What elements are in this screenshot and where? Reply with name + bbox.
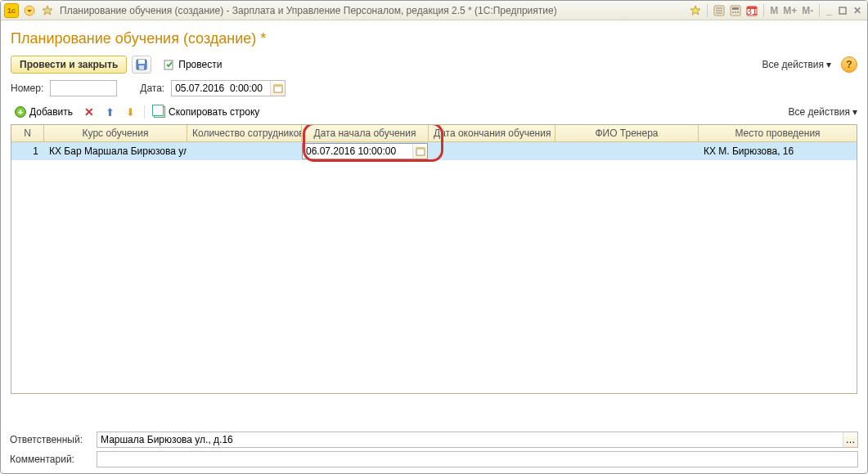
process-and-close-button[interactable]: Провести и закрыть xyxy=(11,56,127,74)
move-up-button[interactable]: ⬆ xyxy=(101,104,119,121)
plus-icon: + xyxy=(15,106,26,118)
cell-end-date[interactable] xyxy=(429,150,555,153)
tool-icon-1[interactable] xyxy=(712,3,726,18)
responsible-input[interactable] xyxy=(97,432,843,447)
delete-row-button[interactable]: ✕ xyxy=(80,103,98,121)
start-date-picker-button[interactable] xyxy=(412,144,427,159)
table-toolbar: + Добавить ✕ ⬆ ⬇ Скопировать строку Все … xyxy=(11,103,857,121)
move-down-button[interactable]: ⬇ xyxy=(122,104,139,121)
copy-row-button[interactable]: Скопировать строку xyxy=(150,104,263,120)
cell-start-date[interactable] xyxy=(302,143,429,159)
window-title: Планирование обучения (создание) - Зарпл… xyxy=(60,5,688,16)
comment-input[interactable] xyxy=(97,452,857,467)
dropdown-icon: ▾ xyxy=(826,59,831,70)
help-button[interactable]: ? xyxy=(841,56,857,73)
svg-rect-21 xyxy=(416,148,425,150)
add-row-button[interactable]: + Добавить xyxy=(11,104,77,120)
svg-rect-19 xyxy=(274,85,282,87)
svg-rect-16 xyxy=(139,65,144,69)
titlebar-dropdown[interactable] xyxy=(22,3,37,18)
col-header-course[interactable]: Курс обучения xyxy=(44,125,187,141)
calendar-small-icon xyxy=(273,83,283,93)
svg-text:31: 31 xyxy=(747,6,758,16)
process-button[interactable]: Провести xyxy=(156,56,229,74)
close-button[interactable]: ✕ xyxy=(851,5,864,16)
number-input[interactable] xyxy=(51,81,116,96)
main-toolbar: Провести и закрыть Провести Все действия… xyxy=(11,56,857,74)
cell-place[interactable]: КХ М. Бирюзова, 16 xyxy=(699,144,857,159)
page-title: Планирование обучения (создание) * xyxy=(11,30,857,47)
col-header-trainer[interactable]: ФИО Тренера xyxy=(555,125,699,141)
col-header-count[interactable]: Количество сотрудников xyxy=(187,125,302,141)
bottom-form: Ответственный: … Комментарий: xyxy=(10,428,858,467)
calculator-icon[interactable] xyxy=(728,3,743,18)
col-header-end-date[interactable]: Дата окончания обучения xyxy=(429,125,555,141)
date-label: Дата: xyxy=(140,83,164,94)
table-row[interactable]: 1 КХ Бар Маршала Бирюзова ул.,... КХ М. … xyxy=(11,142,857,160)
col-header-n[interactable]: N xyxy=(11,125,44,141)
m-minus-button[interactable]: M- xyxy=(800,5,815,16)
titlebar: 1c Планирование обучения (создание) - За… xyxy=(1,1,867,20)
favorite-icon[interactable] xyxy=(40,3,55,18)
arrow-up-icon: ⬆ xyxy=(106,106,115,118)
responsible-label: Ответственный: xyxy=(10,434,92,445)
table-all-actions-menu[interactable]: Все действия ▾ xyxy=(789,106,857,118)
arrow-down-icon: ⬇ xyxy=(126,106,135,118)
svg-rect-15 xyxy=(138,60,145,64)
minimize-button[interactable]: _ xyxy=(824,5,834,16)
cell-n: 1 xyxy=(11,144,44,159)
training-table: N Курс обучения Количество сотрудников Д… xyxy=(11,124,857,394)
delete-icon: ✕ xyxy=(84,105,94,118)
cell-count[interactable] xyxy=(187,150,302,153)
m-plus-button[interactable]: M+ xyxy=(781,5,798,16)
col-header-place[interactable]: Место проведения xyxy=(699,125,857,141)
maximize-button[interactable] xyxy=(836,7,849,15)
favorite-star-icon[interactable] xyxy=(688,3,703,18)
m-button[interactable]: M xyxy=(768,5,780,16)
process-icon xyxy=(164,59,175,70)
svg-rect-13 xyxy=(839,7,846,14)
svg-point-8 xyxy=(735,11,736,13)
calendar-icon[interactable]: 31 xyxy=(744,3,759,18)
svg-point-7 xyxy=(732,11,734,13)
svg-point-9 xyxy=(737,11,739,13)
svg-rect-6 xyxy=(732,7,739,10)
date-picker-button[interactable] xyxy=(270,81,285,96)
col-header-start-date[interactable]: Дата начала обучения xyxy=(302,125,429,141)
process-label: Провести xyxy=(178,59,222,70)
calendar-small-icon xyxy=(416,146,425,156)
save-button[interactable] xyxy=(132,56,151,74)
date-input[interactable] xyxy=(172,81,270,96)
svg-rect-5 xyxy=(731,6,740,16)
responsible-select-button[interactable]: … xyxy=(843,432,857,447)
all-actions-menu[interactable]: Все действия ▾ xyxy=(762,59,831,70)
number-label: Номер: xyxy=(11,83,43,94)
comment-label: Комментарий: xyxy=(10,454,92,465)
copy-icon xyxy=(154,106,165,118)
cell-trainer[interactable] xyxy=(555,150,699,153)
app-icon-1c: 1c xyxy=(4,3,19,18)
dropdown-icon: ▾ xyxy=(852,106,857,118)
start-date-input[interactable] xyxy=(303,145,412,157)
cell-course[interactable]: КХ Бар Маршала Бирюзова ул.,... xyxy=(44,144,187,159)
